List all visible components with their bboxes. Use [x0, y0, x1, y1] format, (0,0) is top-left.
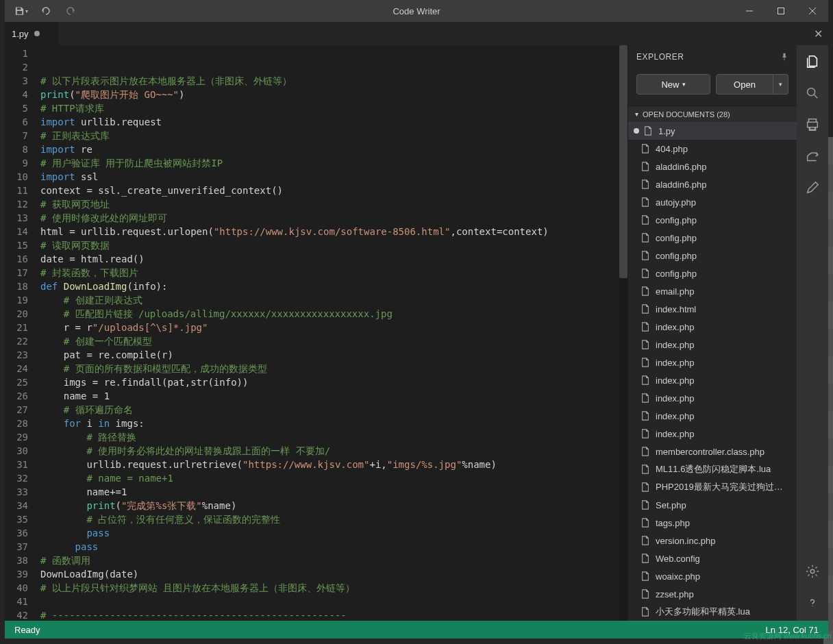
file-item[interactable]: index.php	[628, 371, 797, 389]
file-item[interactable]: aladdin6.php	[628, 158, 797, 175]
tab-bar: 1.py ✕	[5, 22, 828, 45]
file-name: woaixc.php	[656, 571, 700, 582]
file-item[interactable]: Web.config	[628, 549, 797, 567]
file-item[interactable]: zzset.php	[628, 585, 797, 603]
print-icon[interactable]	[804, 116, 821, 133]
file-icon	[641, 536, 650, 545]
file-item[interactable]: Set.php	[628, 496, 797, 514]
file-item[interactable]: index.php	[628, 354, 797, 371]
file-name: zzset.php	[656, 589, 694, 599]
file-name: aladdin6.php	[656, 162, 706, 172]
file-icon	[641, 144, 650, 153]
file-item[interactable]: index.php	[628, 336, 797, 354]
file-icon	[641, 589, 650, 599]
svg-point-2	[810, 569, 815, 573]
redo-button[interactable]	[64, 4, 77, 18]
file-icon	[641, 571, 650, 581]
file-icon	[641, 340, 650, 349]
file-icon	[641, 304, 650, 314]
file-item[interactable]: config.php	[628, 247, 797, 264]
save-dropdown-button[interactable]: ▾	[14, 4, 28, 18]
file-icon	[641, 286, 650, 296]
file-icon	[641, 482, 650, 492]
file-item[interactable]: 1.py	[628, 122, 797, 140]
file-name: PHP2019最新大马完美过狗过宝塔...	[656, 481, 790, 493]
file-item[interactable]: config.php	[628, 229, 797, 247]
file-item[interactable]: index.php	[628, 425, 797, 443]
open-button[interactable]: Open	[716, 74, 773, 95]
pin-icon[interactable]	[780, 53, 788, 61]
file-icon	[641, 465, 650, 474]
explorer-panel: EXPLORER New▾ Open ▾ ▾ OPEN DOCUMENTS (2…	[627, 45, 797, 621]
file-name: 404.php	[656, 144, 688, 154]
file-name: index.php	[656, 375, 694, 386]
file-name: index.php	[656, 393, 694, 404]
file-name: Set.php	[656, 500, 686, 510]
file-item[interactable]: ML11.6透色防闪稳定脚本.lua	[628, 460, 797, 478]
file-name: 小天多功能和平精英.lua	[656, 606, 750, 618]
file-name: Web.config	[656, 554, 700, 564]
file-item[interactable]: index.php	[628, 318, 797, 336]
status-bar: Ready Ln 12, Col 71	[5, 621, 828, 639]
tab-label: 1.py	[12, 29, 29, 39]
undo-button[interactable]	[39, 4, 53, 18]
file-name: config.php	[656, 251, 697, 261]
editor-scrollbar[interactable]	[619, 45, 627, 621]
share-icon[interactable]	[804, 148, 821, 164]
file-item[interactable]: aladdin6.php	[628, 175, 797, 193]
file-name: config.php	[656, 215, 697, 225]
file-item[interactable]: 404.php	[628, 140, 797, 158]
file-name: index.php	[656, 429, 694, 439]
file-item[interactable]: index.php	[628, 407, 797, 425]
file-icon	[641, 322, 650, 332]
file-icon	[643, 126, 653, 136]
file-icon	[641, 358, 650, 367]
open-documents-header[interactable]: ▾ OPEN DOCUMENTS (28)	[628, 106, 797, 122]
file-icon	[641, 233, 650, 243]
edit-icon[interactable]	[804, 179, 821, 196]
open-documents-list: 1.py404.phpaladdin6.phpaladdin6.phpautoj…	[628, 122, 797, 621]
minimize-button[interactable]	[734, 0, 765, 22]
file-item[interactable]: config.php	[628, 264, 797, 282]
maximize-button[interactable]	[765, 0, 797, 22]
explorer-title: EXPLORER	[636, 52, 684, 62]
file-item[interactable]: index.html	[628, 300, 797, 318]
file-item[interactable]: woaixc.php	[628, 567, 797, 585]
new-button[interactable]: New▾	[636, 74, 710, 95]
file-icon	[641, 269, 650, 278]
settings-icon[interactable]	[804, 563, 821, 580]
file-item[interactable]: PHP2019最新大马完美过狗过宝塔...	[628, 478, 797, 496]
file-name: email.php	[656, 286, 694, 297]
files-icon[interactable]	[804, 53, 821, 70]
dirty-indicator-icon	[634, 128, 639, 134]
file-item[interactable]: autojy.php	[628, 193, 797, 211]
file-item[interactable]: tags.php	[628, 514, 797, 532]
close-button[interactable]	[797, 0, 828, 22]
dirty-indicator-icon	[34, 31, 40, 36]
file-item[interactable]: email.php	[628, 282, 797, 300]
file-item[interactable]: config.php	[628, 211, 797, 229]
file-name: aladdin6.php	[656, 179, 706, 190]
file-icon	[641, 215, 650, 225]
file-icon	[641, 393, 650, 403]
file-icon	[641, 518, 650, 528]
status-text: Ready	[14, 625, 40, 635]
file-icon	[641, 251, 650, 260]
line-gutter: 1234567891011121314151617181920212223242…	[5, 45, 36, 621]
file-icon	[641, 375, 650, 385]
help-icon[interactable]	[804, 595, 821, 611]
file-item[interactable]: index.php	[628, 389, 797, 407]
file-item[interactable]: membercontroller.class.php	[628, 443, 797, 460]
tab-1-py[interactable]: 1.py	[5, 22, 60, 45]
file-item[interactable]: version.inc.php	[628, 532, 797, 549]
search-icon[interactable]	[804, 85, 821, 101]
svg-rect-0	[778, 8, 784, 14]
code-editor[interactable]: # 以下片段表示图片放在本地服务器上（非图床、外链等）print("爬取图片开始…	[36, 45, 627, 621]
file-name: index.php	[656, 358, 694, 368]
file-item[interactable]: 小天多功能和平精英.lua	[628, 603, 797, 621]
close-tab-icon[interactable]: ✕	[814, 27, 823, 40]
open-dropdown-button[interactable]: ▾	[773, 74, 788, 95]
file-name: 1.py	[658, 126, 675, 136]
file-icon	[641, 607, 650, 617]
file-icon	[641, 554, 650, 563]
